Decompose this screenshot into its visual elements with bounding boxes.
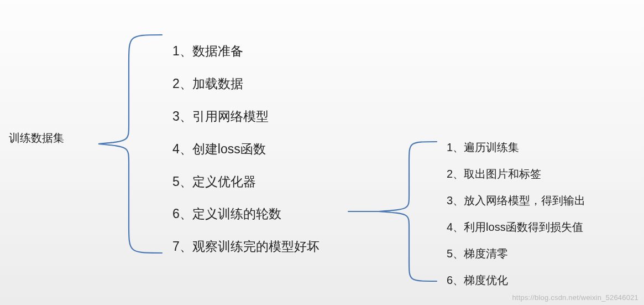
list-item: 2、加载数据	[172, 76, 320, 92]
list-item: 3、引用网络模型	[172, 108, 320, 125]
loop-list: 1、遍历训练集 2、取出图片和标签 3、放入网络模型，得到输出 4、利用loss…	[447, 140, 585, 299]
watermark-text: https://blog.csdn.net/weixin_52646021	[512, 293, 638, 302]
list-item: 3、放入网络模型，得到输出	[447, 193, 585, 208]
root-node-label: 训练数据集	[9, 131, 64, 146]
list-item: 5、梯度清零	[447, 246, 585, 261]
brace-icon	[343, 137, 442, 286]
list-item: 6、定义训练的轮数	[172, 206, 320, 223]
list-item: 4、利用loss函数得到损失值	[447, 220, 585, 234]
list-item: 7、观察训练完的模型好坏	[172, 239, 320, 255]
brace-icon	[76, 30, 165, 257]
list-item: 1、数据准备	[172, 43, 320, 60]
steps-list: 1、数据准备 2、加载数据 3、引用网络模型 4、创建loss函数 5、定义优化…	[172, 43, 320, 271]
list-item: 6、梯度优化	[447, 273, 585, 287]
list-item: 1、遍历训练集	[447, 140, 585, 154]
list-item: 5、定义优化器	[172, 174, 320, 190]
list-item: 4、创建loss函数	[172, 141, 320, 158]
list-item: 2、取出图片和标签	[447, 167, 585, 181]
